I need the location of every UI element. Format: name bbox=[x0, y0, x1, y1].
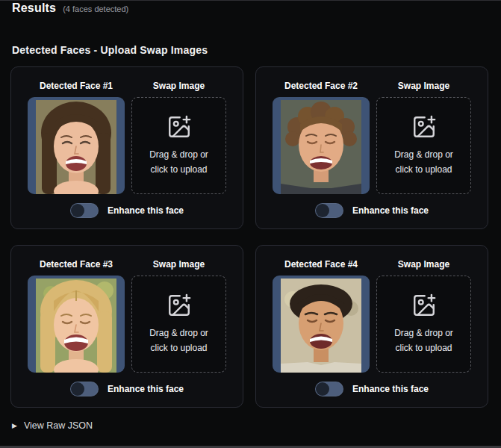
face-photo-2 bbox=[281, 100, 361, 194]
face-photo-4 bbox=[281, 279, 361, 373]
upload-dropzone-2[interactable]: Drag & drop or click to upload bbox=[376, 97, 471, 194]
swap-image-label: Swap Image bbox=[153, 81, 205, 91]
swap-image-label: Swap Image bbox=[398, 259, 449, 270]
enhance-toggle-1[interactable] bbox=[70, 203, 99, 218]
enhance-toggle-4[interactable] bbox=[315, 382, 343, 396]
face-card-4: Detected Face #4 bbox=[255, 245, 488, 408]
toggle-knob bbox=[316, 204, 329, 217]
face-card-1: Detected Face #1 bbox=[10, 66, 243, 229]
detected-face-label: Detected Face #2 bbox=[284, 81, 358, 91]
upload-dropzone-4[interactable]: Drag & drop or click to upload bbox=[376, 276, 471, 373]
top-divider bbox=[0, 0, 501, 1]
face-panel bbox=[273, 97, 370, 194]
upload-dropzone-1[interactable]: Drag & drop or click to upload bbox=[131, 97, 226, 194]
faces-detected-count: (4 faces detected) bbox=[63, 4, 128, 13]
section-heading: Detected Faces - Upload Swap Images bbox=[12, 44, 489, 56]
enhance-label: Enhance this face bbox=[108, 384, 184, 394]
enhance-label: Enhance this face bbox=[352, 205, 429, 216]
detected-face-label: Detected Face #1 bbox=[40, 81, 113, 91]
upload-instructions: Drag & drop or click to upload bbox=[149, 148, 208, 176]
face-panel bbox=[28, 97, 125, 194]
view-raw-json-label: View Raw JSON bbox=[24, 420, 93, 431]
face-photo-1 bbox=[36, 100, 116, 194]
upload-instructions: Drag & drop or click to upload bbox=[394, 148, 453, 176]
view-raw-json-details: ▶ View Raw JSON bbox=[12, 420, 489, 431]
upload-instructions: Drag & drop or click to upload bbox=[394, 326, 453, 355]
toggle-knob bbox=[71, 204, 84, 217]
enhance-label: Enhance this face bbox=[108, 205, 184, 216]
enhance-toggle-2[interactable] bbox=[315, 203, 343, 218]
image-plus-icon bbox=[167, 114, 192, 140]
swap-image-label: Swap Image bbox=[153, 259, 205, 270]
enhance-label: Enhance this face bbox=[352, 384, 429, 394]
detected-face-label: Detected Face #4 bbox=[284, 259, 358, 270]
toggle-knob bbox=[71, 382, 84, 396]
image-plus-icon bbox=[411, 114, 437, 140]
face-photo-3 bbox=[36, 279, 116, 373]
swap-image-label: Swap Image bbox=[398, 81, 449, 91]
upload-instructions: Drag & drop or click to upload bbox=[149, 326, 208, 355]
view-raw-json-toggle[interactable]: ▶ View Raw JSON bbox=[12, 420, 489, 431]
face-cards-grid: Detected Face #1 bbox=[0, 66, 501, 408]
detected-face-label: Detected Face #3 bbox=[40, 259, 113, 270]
face-panel bbox=[28, 276, 125, 373]
page-title: Results bbox=[12, 1, 56, 15]
results-header: Results (4 faces detected) bbox=[0, 0, 501, 15]
face-card-2: Detected Face #2 bbox=[255, 66, 488, 229]
upload-dropzone-3[interactable]: Drag & drop or click to upload bbox=[131, 276, 226, 373]
image-plus-icon bbox=[167, 293, 192, 318]
enhance-toggle-3[interactable] bbox=[70, 382, 99, 396]
image-plus-icon bbox=[411, 293, 437, 318]
triangle-right-icon: ▶ bbox=[12, 423, 17, 429]
face-panel bbox=[273, 276, 370, 373]
face-card-3: Detected Face #3 bbox=[10, 245, 243, 408]
toggle-knob bbox=[316, 382, 329, 396]
